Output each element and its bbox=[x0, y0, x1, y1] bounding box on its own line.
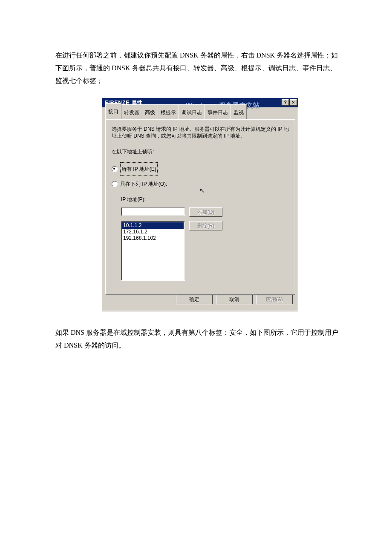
listen-label: 在以下地址上侦听: bbox=[112, 145, 289, 158]
list-item[interactable]: 192.168.1.102 bbox=[122, 235, 184, 242]
radio-all-ip[interactable] bbox=[112, 166, 118, 172]
ok-button[interactable]: 确定 bbox=[176, 295, 213, 304]
tab-forwarders[interactable]: 转发器 bbox=[121, 104, 142, 120]
tab-page-interface: 选择要服务于 DNS 请求的 IP 地址。服务器可以在所有为此计算机定义的 IP… bbox=[105, 119, 295, 295]
tab-interface[interactable]: 接口 bbox=[105, 103, 121, 119]
properties-dialog: FIRENZE 属性 Windows 服务器中文站 ? × 接口 转发器 高级 … bbox=[102, 98, 298, 311]
apply-button[interactable]: 应用(A) bbox=[256, 295, 293, 304]
close-button[interactable]: × bbox=[290, 99, 297, 106]
ip-input[interactable] bbox=[121, 207, 185, 216]
cancel-button[interactable]: 取消 bbox=[216, 295, 253, 304]
intro-paragraph-1: 在进行任何部署之前，都建议你预先配置 DNSK 务器的属性，右击 DNSK 务器… bbox=[55, 49, 341, 87]
intro-paragraph-2: 如果 DNS 服务器是在域控制器安装，则具有第八个标签：安全，如下图所示，它用于… bbox=[55, 326, 341, 352]
ip-address-label: IP 地址(P): bbox=[121, 193, 289, 206]
radio-only-ip[interactable] bbox=[112, 181, 118, 187]
tab-event-log[interactable]: 事件日志 bbox=[205, 104, 231, 120]
tab-strip: 接口 转发器 高级 根提示 调试日志 事件日志 监视 bbox=[105, 110, 295, 119]
tab-advanced[interactable]: 高级 bbox=[142, 104, 158, 120]
radio-only-ip-label: 只在下列 IP 地址(O): bbox=[120, 178, 167, 190]
list-item[interactable]: 10.1.1.2 bbox=[122, 222, 184, 229]
instruction-text: 选择要服务于 DNS 请求的 IP 地址。服务器可以在所有为此计算机定义的 IP… bbox=[112, 126, 289, 139]
list-item[interactable]: 172.16.1.2 bbox=[122, 229, 184, 235]
remove-button[interactable]: 删除(R) bbox=[189, 221, 222, 230]
radio-all-ip-label: 所有 IP 地址(E) bbox=[120, 162, 158, 176]
add-button[interactable]: 添加(D) bbox=[189, 207, 222, 217]
tab-root-hints[interactable]: 根提示 bbox=[158, 104, 179, 120]
tab-debug-log[interactable]: 调试日志 bbox=[179, 104, 205, 120]
dialog-button-row: 确定 取消 应用(A) bbox=[105, 295, 295, 308]
help-button[interactable]: ? bbox=[282, 99, 289, 106]
tab-monitor[interactable]: 监视 bbox=[231, 104, 247, 120]
ip-listbox[interactable]: 10.1.1.2 172.16.1.2 192.168.1.102 bbox=[121, 221, 185, 281]
